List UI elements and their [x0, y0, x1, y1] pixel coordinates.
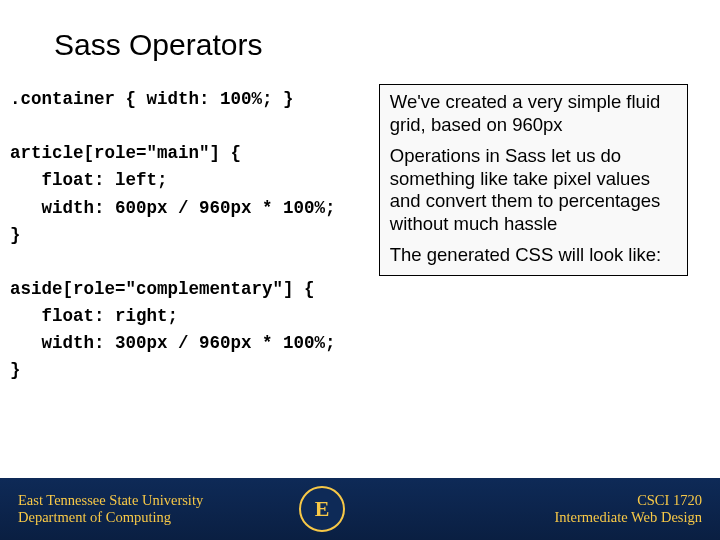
explanation-paragraph: We've created a very simple fluid grid, … — [390, 91, 677, 136]
slide: Sass Operators .container { width: 100%;… — [0, 0, 720, 540]
slide-title: Sass Operators — [0, 0, 720, 80]
explanation-column: We've created a very simple fluid grid, … — [371, 80, 710, 478]
footer-bar: East Tennessee State University Departme… — [0, 478, 720, 540]
code-line: width: 600px / 960px * 100%; — [10, 198, 336, 218]
etsu-logo-icon: E — [299, 486, 345, 532]
code-line: width: 300px / 960px * 100%; — [10, 333, 336, 353]
course-code: CSCI 1720 — [554, 492, 702, 509]
footer-right: CSCI 1720 Intermediate Web Design — [554, 492, 702, 526]
logo-letter: E — [315, 496, 330, 522]
slide-content: .container { width: 100%; } article[role… — [0, 80, 720, 478]
explanation-paragraph: The generated CSS will look like: — [390, 244, 677, 267]
explanation-box: We've created a very simple fluid grid, … — [379, 84, 688, 276]
code-line: aside[role="complementary"] { — [10, 279, 315, 299]
code-block: .container { width: 100%; } article[role… — [10, 80, 371, 478]
footer-left: East Tennessee State University Departme… — [18, 492, 203, 525]
code-line: article[role="main"] { — [10, 143, 241, 163]
explanation-paragraph: Operations in Sass let us do something l… — [390, 145, 677, 235]
department-name: Department of Computing — [18, 509, 203, 526]
course-name: Intermediate Web Design — [554, 509, 702, 526]
code-line: float: right; — [10, 306, 178, 326]
code-line: } — [10, 225, 21, 245]
code-line: } — [10, 360, 21, 380]
university-name: East Tennessee State University — [18, 492, 203, 509]
code-line: float: left; — [10, 170, 168, 190]
code-line: .container { width: 100%; } — [10, 89, 294, 109]
